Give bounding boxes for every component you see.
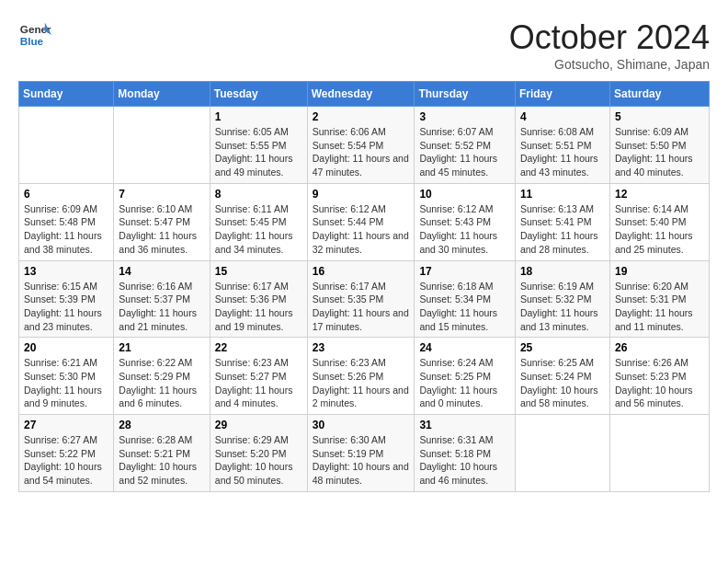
day-number: 10	[419, 188, 510, 201]
svg-text:Blue: Blue	[20, 35, 44, 47]
calendar-cell: 26Sunrise: 6:26 AM Sunset: 5:23 PM Dayli…	[609, 338, 709, 415]
day-number: 6	[24, 188, 108, 201]
day-number: 31	[419, 419, 510, 431]
calendar-cell: 4Sunrise: 6:08 AM Sunset: 5:51 PM Daylig…	[515, 107, 609, 184]
calendar-cell: 7Sunrise: 6:10 AM Sunset: 5:47 PM Daylig…	[114, 183, 210, 260]
day-info: Sunrise: 6:25 AM Sunset: 5:24 PM Dayligh…	[520, 356, 605, 410]
calendar-cell: 20Sunrise: 6:21 AM Sunset: 5:30 PM Dayli…	[19, 338, 114, 415]
day-number: 14	[119, 265, 204, 278]
calendar-cell: 11Sunrise: 6:13 AM Sunset: 5:41 PM Dayli…	[515, 183, 609, 260]
calendar-cell: 16Sunrise: 6:17 AM Sunset: 5:35 PM Dayli…	[307, 260, 415, 338]
day-info: Sunrise: 6:09 AM Sunset: 5:48 PM Dayligh…	[24, 202, 108, 257]
day-info: Sunrise: 6:09 AM Sunset: 5:50 PM Dayligh…	[615, 125, 704, 179]
day-number: 9	[313, 188, 410, 201]
calendar-week-row: 6Sunrise: 6:09 AM Sunset: 5:48 PM Daylig…	[19, 183, 710, 260]
day-number: 1	[215, 110, 302, 123]
calendar-header-row: SundayMondayTuesdayWednesdayThursdayFrid…	[19, 82, 710, 107]
day-number: 5	[615, 110, 704, 123]
day-info: Sunrise: 6:22 AM Sunset: 5:29 PM Dayligh…	[119, 356, 204, 410]
day-number: 27	[24, 419, 108, 431]
calendar-week-row: 1Sunrise: 6:05 AM Sunset: 5:55 PM Daylig…	[19, 107, 710, 184]
day-number: 11	[520, 188, 605, 201]
day-info: Sunrise: 6:29 AM Sunset: 5:20 PM Dayligh…	[215, 433, 302, 488]
day-info: Sunrise: 6:23 AM Sunset: 5:27 PM Dayligh…	[215, 356, 302, 410]
day-number: 16	[313, 265, 410, 278]
day-number: 25	[520, 341, 605, 354]
day-info: Sunrise: 6:07 AM Sunset: 5:52 PM Dayligh…	[419, 125, 510, 179]
header-day-monday: Monday	[114, 82, 210, 107]
calendar-cell: 22Sunrise: 6:23 AM Sunset: 5:27 PM Dayli…	[210, 338, 307, 415]
header-day-sunday: Sunday	[19, 82, 114, 107]
day-info: Sunrise: 6:13 AM Sunset: 5:41 PM Dayligh…	[520, 202, 605, 257]
day-number: 17	[419, 265, 510, 278]
day-info: Sunrise: 6:27 AM Sunset: 5:22 PM Dayligh…	[24, 433, 108, 488]
day-info: Sunrise: 6:18 AM Sunset: 5:34 PM Dayligh…	[419, 280, 510, 334]
day-info: Sunrise: 6:16 AM Sunset: 5:37 PM Dayligh…	[119, 280, 204, 334]
day-number: 29	[215, 419, 302, 431]
day-number: 24	[419, 341, 510, 354]
day-info: Sunrise: 6:06 AM Sunset: 5:54 PM Dayligh…	[313, 125, 410, 179]
day-number: 20	[24, 341, 108, 354]
day-info: Sunrise: 6:12 AM Sunset: 5:44 PM Dayligh…	[313, 202, 410, 257]
calendar-cell	[515, 415, 609, 492]
calendar-cell: 8Sunrise: 6:11 AM Sunset: 5:45 PM Daylig…	[210, 183, 307, 260]
header-day-friday: Friday	[515, 82, 609, 107]
day-number: 8	[215, 188, 302, 201]
day-number: 26	[615, 341, 704, 354]
day-info: Sunrise: 6:14 AM Sunset: 5:40 PM Dayligh…	[615, 202, 704, 257]
day-number: 19	[615, 265, 704, 278]
day-number: 15	[215, 265, 302, 278]
calendar-cell: 5Sunrise: 6:09 AM Sunset: 5:50 PM Daylig…	[609, 107, 709, 184]
day-info: Sunrise: 6:08 AM Sunset: 5:51 PM Dayligh…	[520, 125, 605, 179]
day-info: Sunrise: 6:17 AM Sunset: 5:35 PM Dayligh…	[313, 280, 410, 334]
day-info: Sunrise: 6:20 AM Sunset: 5:31 PM Dayligh…	[615, 280, 704, 334]
calendar-cell: 17Sunrise: 6:18 AM Sunset: 5:34 PM Dayli…	[415, 260, 516, 338]
header-day-wednesday: Wednesday	[307, 82, 415, 107]
logo: General Blue	[18, 18, 51, 52]
calendar-cell: 27Sunrise: 6:27 AM Sunset: 5:22 PM Dayli…	[19, 415, 114, 492]
day-number: 12	[615, 188, 704, 201]
header-day-saturday: Saturday	[609, 82, 709, 107]
day-number: 18	[520, 265, 605, 278]
day-number: 21	[119, 341, 204, 354]
day-number: 2	[313, 110, 410, 123]
day-info: Sunrise: 6:24 AM Sunset: 5:25 PM Dayligh…	[419, 356, 510, 410]
calendar-week-row: 20Sunrise: 6:21 AM Sunset: 5:30 PM Dayli…	[19, 338, 710, 415]
calendar-cell: 12Sunrise: 6:14 AM Sunset: 5:40 PM Dayli…	[609, 183, 709, 260]
day-number: 7	[119, 188, 204, 201]
day-info: Sunrise: 6:05 AM Sunset: 5:55 PM Dayligh…	[215, 125, 302, 179]
day-info: Sunrise: 6:17 AM Sunset: 5:36 PM Dayligh…	[215, 280, 302, 334]
location-title: Gotsucho, Shimane, Japan	[509, 57, 710, 72]
calendar-cell: 29Sunrise: 6:29 AM Sunset: 5:20 PM Dayli…	[210, 415, 307, 492]
calendar-cell: 19Sunrise: 6:20 AM Sunset: 5:31 PM Dayli…	[609, 260, 709, 338]
calendar-cell	[114, 107, 210, 184]
day-number: 22	[215, 341, 302, 354]
day-info: Sunrise: 6:23 AM Sunset: 5:26 PM Dayligh…	[313, 356, 410, 410]
month-title: October 2024	[509, 18, 710, 57]
day-info: Sunrise: 6:31 AM Sunset: 5:18 PM Dayligh…	[419, 433, 510, 488]
header-day-tuesday: Tuesday	[210, 82, 307, 107]
calendar-cell: 13Sunrise: 6:15 AM Sunset: 5:39 PM Dayli…	[19, 260, 114, 338]
day-number: 3	[419, 110, 510, 123]
calendar-cell	[609, 415, 709, 492]
calendar-cell: 21Sunrise: 6:22 AM Sunset: 5:29 PM Dayli…	[114, 338, 210, 415]
header-day-thursday: Thursday	[415, 82, 516, 107]
calendar-cell: 14Sunrise: 6:16 AM Sunset: 5:37 PM Dayli…	[114, 260, 210, 338]
calendar-cell: 31Sunrise: 6:31 AM Sunset: 5:18 PM Dayli…	[415, 415, 516, 492]
calendar-week-row: 13Sunrise: 6:15 AM Sunset: 5:39 PM Dayli…	[19, 260, 710, 338]
day-number: 23	[313, 341, 410, 354]
calendar-cell: 28Sunrise: 6:28 AM Sunset: 5:21 PM Dayli…	[114, 415, 210, 492]
day-info: Sunrise: 6:10 AM Sunset: 5:47 PM Dayligh…	[119, 202, 204, 257]
calendar-cell: 18Sunrise: 6:19 AM Sunset: 5:32 PM Dayli…	[515, 260, 609, 338]
day-info: Sunrise: 6:21 AM Sunset: 5:30 PM Dayligh…	[24, 356, 108, 410]
calendar-cell: 2Sunrise: 6:06 AM Sunset: 5:54 PM Daylig…	[307, 107, 415, 184]
header: General Blue October 2024 Gotsucho, Shim…	[18, 18, 710, 72]
day-number: 28	[119, 419, 204, 431]
day-number: 13	[24, 265, 108, 278]
calendar-cell: 25Sunrise: 6:25 AM Sunset: 5:24 PM Dayli…	[515, 338, 609, 415]
calendar-cell: 6Sunrise: 6:09 AM Sunset: 5:48 PM Daylig…	[19, 183, 114, 260]
calendar-cell: 23Sunrise: 6:23 AM Sunset: 5:26 PM Dayli…	[307, 338, 415, 415]
day-number: 4	[520, 110, 605, 123]
day-info: Sunrise: 6:26 AM Sunset: 5:23 PM Dayligh…	[615, 356, 704, 410]
day-info: Sunrise: 6:12 AM Sunset: 5:43 PM Dayligh…	[419, 202, 510, 257]
